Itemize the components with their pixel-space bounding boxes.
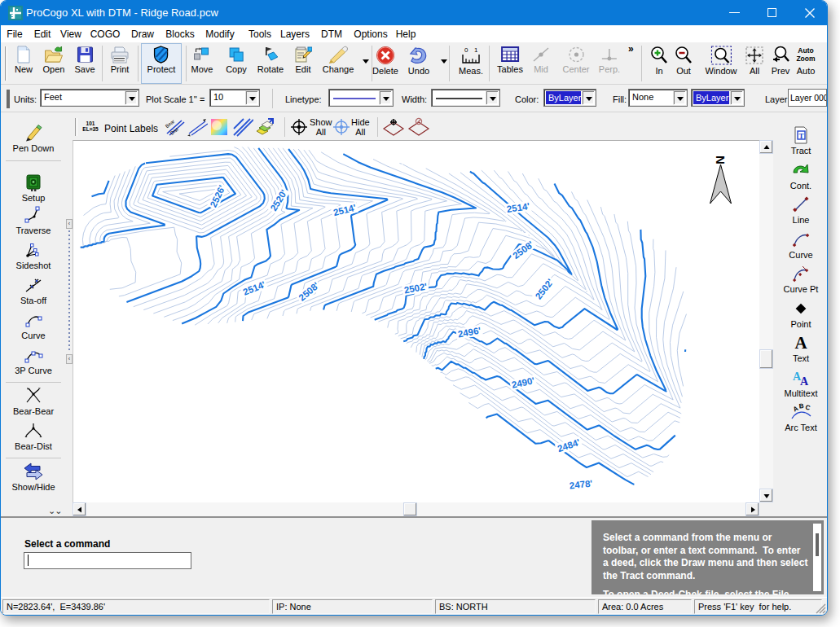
svg-text:2520': 2520' bbox=[268, 188, 288, 213]
svg-text:2526': 2526' bbox=[208, 183, 226, 208]
svg-text:2514': 2514' bbox=[506, 201, 530, 214]
svg-text:T: T bbox=[798, 132, 803, 140]
svg-text:A: A bbox=[800, 375, 809, 388]
svg-text:B: B bbox=[798, 402, 804, 410]
svg-text:C: C bbox=[804, 403, 811, 411]
svg-text:A: A bbox=[794, 333, 807, 353]
svg-text:0: 0 bbox=[464, 46, 468, 54]
svg-text:Zoom: Zoom bbox=[796, 55, 816, 63]
svg-text:1: 1 bbox=[474, 46, 478, 54]
svg-text:Auto: Auto bbox=[798, 46, 813, 55]
svg-text:2514': 2514' bbox=[242, 279, 267, 297]
